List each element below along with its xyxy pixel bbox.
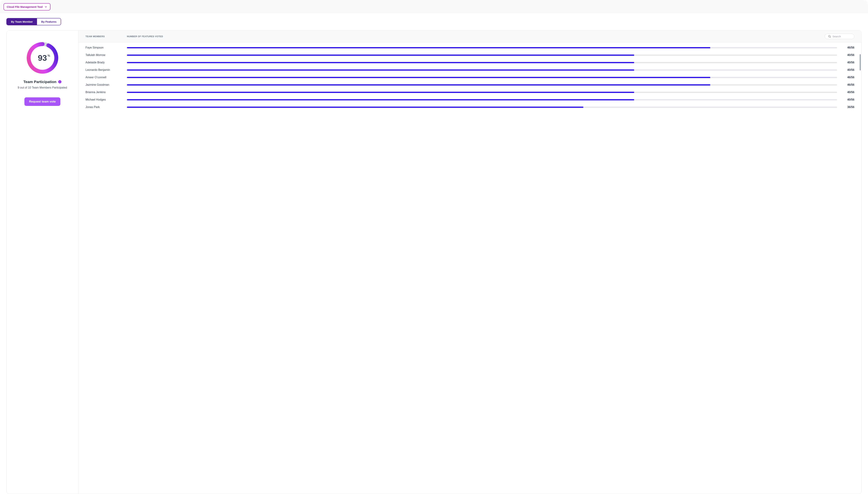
member-name: Ameer O'connell (85, 76, 127, 79)
table-body-wrap: Faye Simpson46/56Tallulah Morrow40/56Ade… (78, 42, 862, 494)
search-box[interactable] (825, 34, 854, 39)
participation-title-row: Team Participation i (23, 80, 61, 84)
participation-pane: 93 % Team Participation i 9 out of 10 Te… (6, 31, 78, 494)
table-header: TEAM MEMBERS NUMBER OF FEATURES VOTED (78, 31, 862, 42)
members-table: TEAM MEMBERS NUMBER OF FEATURES VOTED Fa… (78, 31, 862, 494)
table-row: Brianna Jenkins40/56 (78, 89, 862, 96)
col-header-members: TEAM MEMBERS (85, 35, 127, 38)
member-name: Brianna Jenkins (85, 91, 127, 94)
percent-sign: % (47, 54, 50, 57)
topbar: Cloud File Management Tool (0, 0, 868, 13)
vote-count: 46/56 (842, 46, 854, 49)
vote-bar-cell (127, 47, 842, 48)
vote-bar-fill (127, 92, 634, 93)
member-name: Leonardo Benjamin (85, 68, 127, 72)
vote-bar-cell (127, 107, 842, 108)
vote-count: 40/56 (842, 98, 854, 101)
vote-count: 46/56 (842, 76, 854, 79)
app-root: Cloud File Management Tool By Team Membe… (0, 0, 868, 494)
content: By Team Member By Features (0, 13, 868, 494)
vote-bar-track (127, 84, 837, 86)
vote-bar-track (127, 92, 837, 93)
vote-bar-track (127, 99, 837, 100)
vote-bar-cell (127, 77, 842, 78)
vote-bar-track (127, 77, 837, 78)
member-name: Faye Simpson (85, 46, 127, 49)
donut-center: 93 % (26, 41, 59, 75)
member-name: Jazmine Goodman (85, 83, 127, 87)
vote-bar-track (127, 62, 837, 63)
tab-by-features[interactable]: By Features (37, 18, 61, 25)
search-icon (828, 35, 831, 38)
info-icon[interactable]: i (58, 80, 61, 83)
vote-bar-track (127, 55, 837, 56)
vote-count: 36/56 (842, 106, 854, 109)
vote-bar-fill (127, 55, 634, 56)
participation-subtitle: 9 out of 10 Team Members Participated (18, 86, 67, 89)
table-row: Jazmine Goodman46/56 (78, 81, 862, 89)
member-name: Jonas Park (85, 106, 127, 109)
participation-title: Team Participation (23, 80, 56, 84)
view-tabs: By Team Member By Features (6, 18, 61, 25)
member-name: Michael Hodges (85, 98, 127, 101)
scrollbar-thumb[interactable] (860, 54, 861, 71)
col-header-votes: NUMBER OF FEATURES VOTED (127, 35, 825, 38)
svg-line-3 (830, 37, 830, 37)
vote-bar-fill (127, 70, 634, 71)
vote-bar-cell (127, 99, 842, 100)
vote-bar-cell (127, 70, 842, 71)
vote-bar-fill (127, 84, 710, 86)
vote-bar-cell (127, 62, 842, 63)
vote-bar-track (127, 107, 837, 108)
participation-percent: 93 % (38, 53, 47, 63)
table-row: Tallulah Morrow40/56 (78, 51, 862, 59)
vote-count: 46/56 (842, 83, 854, 87)
vote-bar-fill (127, 62, 634, 63)
vote-bar-track (127, 70, 837, 71)
table-row: Leonardo Benjamin40/56 (78, 66, 862, 74)
project-dropdown[interactable]: Cloud File Management Tool (3, 3, 51, 11)
tab-by-team-member[interactable]: By Team Member (7, 18, 37, 25)
project-dropdown-label: Cloud File Management Tool (7, 5, 43, 8)
vote-bar-cell (127, 92, 842, 93)
vote-count: 40/56 (842, 61, 854, 64)
chevron-down-icon (44, 5, 47, 8)
vote-bar-fill (127, 47, 710, 48)
participation-percent-value: 93 (38, 53, 47, 62)
main-card: 93 % Team Participation i 9 out of 10 Te… (6, 30, 862, 494)
vote-count: 40/56 (842, 91, 854, 94)
table-row: Faye Simpson46/56 (78, 44, 862, 51)
table-row: Adelaide Brady40/56 (78, 59, 862, 66)
vote-bar-fill (127, 107, 584, 108)
table-row: Ameer O'connell46/56 (78, 74, 862, 81)
vote-count: 40/56 (842, 54, 854, 57)
participation-donut: 93 % (26, 41, 59, 75)
member-name: Tallulah Morrow (85, 54, 127, 57)
member-name: Adelaide Brady (85, 61, 127, 64)
table-body: Faye Simpson46/56Tallulah Morrow40/56Ade… (78, 42, 862, 112)
vote-bar-fill (127, 99, 634, 100)
table-row: Jonas Park36/56 (78, 103, 862, 111)
vote-count: 40/56 (842, 68, 854, 72)
vote-bar-cell (127, 55, 842, 56)
request-team-vote-button[interactable]: Request team vote (24, 97, 60, 106)
table-row: Michael Hodges40/56 (78, 96, 862, 103)
search-input[interactable] (832, 35, 851, 38)
vote-bar-fill (127, 77, 710, 78)
vote-bar-track (127, 47, 837, 48)
vote-bar-cell (127, 84, 842, 86)
